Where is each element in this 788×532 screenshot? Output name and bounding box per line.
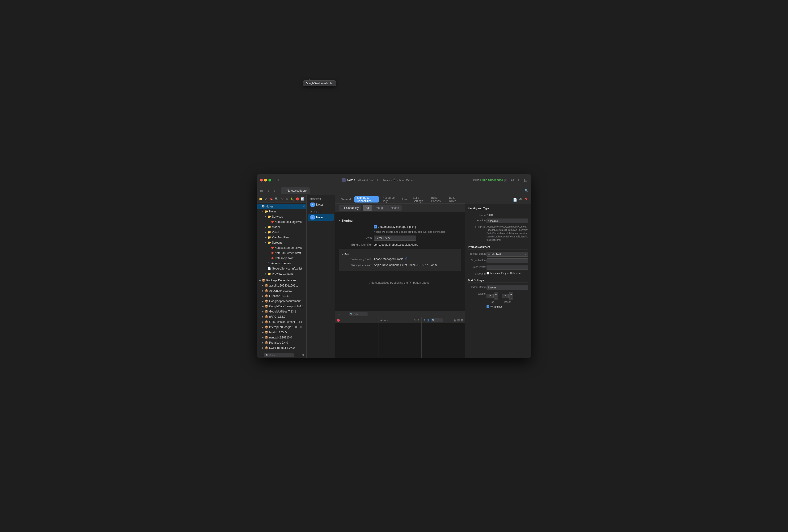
bottom-filter-input[interactable] <box>354 313 366 316</box>
tab-build-settings[interactable]: Build Settings <box>410 196 428 202</box>
sidebar-item-grpc[interactable]: ▶ 📦 gRPC 1.62.2 <box>257 314 307 319</box>
wrap-lines-checkbox[interactable] <box>487 305 489 308</box>
signing-header[interactable]: ▾ Signing <box>339 219 461 222</box>
seg-debug[interactable]: Debug <box>372 205 386 211</box>
tab-info[interactable]: Info <box>399 196 410 202</box>
inspector-identity-title: Identity and Type <box>468 207 528 211</box>
warning-icon[interactable]: ⚠ <box>279 197 284 201</box>
provisioning-info-icon[interactable]: ⓘ <box>405 257 408 261</box>
indent-width-up-button[interactable]: ▲ <box>509 292 513 296</box>
sidebar-item-interop[interactable]: ▶ 📦 InteropForGoogle 100.0.0 <box>257 324 307 330</box>
nav-target-item[interactable]: N Notes <box>308 214 334 221</box>
team-dropdown[interactable]: Peter Friese ⌄ <box>374 236 416 241</box>
auto-sign-checkbox[interactable] <box>374 225 377 229</box>
sidebar-item-noteedit[interactable]: ⬟ NoteEditScreen.swift <box>257 251 307 256</box>
bottom-filter[interactable]: 🔍 <box>349 312 368 316</box>
sidebar-item-plist[interactable]: 📄 GoogleService-Info.plist <box>257 266 307 271</box>
tab-signing-capabilities[interactable]: Signing & Capabilities <box>354 196 379 202</box>
sidebar-filter[interactable]: 🔍 <box>264 353 294 357</box>
minimize-button[interactable] <box>264 179 267 181</box>
sidebar-item-notesapp[interactable]: ⬟ NotesApp.swift <box>257 256 307 261</box>
sidebar-item-noteslist[interactable]: ⬟ NotesListScreen.swift <box>257 245 307 251</box>
test-icon[interactable]: ◇ <box>285 197 289 201</box>
inspector-org-input[interactable] <box>487 258 528 263</box>
sidebar-options-button[interactable]: ⋮ <box>295 353 299 358</box>
sidebar-item-promises[interactable]: ▶ 📦 Promises 2.4.0 <box>257 340 307 345</box>
bottom-remove-button[interactable]: − <box>342 312 348 317</box>
sidebar-split-button[interactable]: ⊟ <box>300 353 305 358</box>
project-tab[interactable]: ⟨⟩ Notes.xcodeproj <box>281 188 310 194</box>
sidebar-item-viewmodifiers[interactable]: ▶ 📁 ViewModifiers <box>257 235 307 240</box>
source-control-icon[interactable]: ⎇ <box>264 197 268 201</box>
bottom-add-button[interactable]: + <box>336 312 341 317</box>
indent-width-input[interactable] <box>501 294 509 298</box>
inspector-name-label: Name <box>468 213 486 217</box>
tab-width-label: Tab <box>490 301 494 303</box>
sidebar-item-assets[interactable]: 🗂 Assets.xcassets <box>257 261 307 266</box>
inspector-format-dropdown[interactable]: Xcode 14.0 ⌄ <box>487 252 528 257</box>
debug-icon[interactable]: 🐛 <box>290 197 294 201</box>
sidebar-item-notes[interactable]: ▾ 📂 Notes <box>257 209 307 214</box>
inspect-button[interactable]: 🔍 <box>524 188 529 193</box>
tab-width-down-button[interactable]: ▼ <box>494 296 498 300</box>
tab-build-rules[interactable]: Build Rules <box>446 196 462 202</box>
inspector-help-icon[interactable]: ❓ <box>524 198 528 201</box>
sidebar-toggle-button[interactable]: ⊞ <box>275 177 280 183</box>
sidebar-item-views[interactable]: ▶ 📁 Views <box>257 230 307 235</box>
forward-button[interactable]: › <box>272 188 277 193</box>
grid-view-button[interactable]: ⊞ <box>259 188 264 193</box>
sidebar-item-nanopb[interactable]: ▶ 📦 nanopb 2.30910.0 <box>257 335 307 340</box>
seg-all[interactable]: All <box>363 205 372 211</box>
sidebar-item-leveldb[interactable]: ▶ 📦 leveldb 1.22.5 <box>257 330 307 335</box>
folder-icon[interactable]: 📁 <box>258 197 263 201</box>
sidebar-item-appcheck[interactable]: ▶ 📦 AppCheck 10.19.0 <box>257 288 307 293</box>
sidebar-item-notesrepository[interactable]: ⬟ NotesRepository.swift <box>257 219 307 224</box>
sidebar-item-firebase[interactable]: ▶ 📦 Firebase 10.24.0 <box>257 293 307 299</box>
sidebar-item-gtm[interactable]: ▶ 📦 GTMSessionFetcher 3.4.1 <box>257 319 307 324</box>
inspector-history-icon[interactable]: ⏱ <box>519 198 522 201</box>
sidebar-item-googleutilities[interactable]: ▶ 📦 GoogleUtilities 7.13.1 <box>257 309 307 314</box>
device-name[interactable]: iPhone 15 Pro <box>397 179 414 181</box>
toggle-inspector-button[interactable]: ▤ <box>523 177 528 183</box>
right-filter-input[interactable] <box>436 319 441 322</box>
sidebar-item-swiftprotobuf[interactable]: ▶ 📦 SwiftProtobuf 1.26.0 <box>257 345 307 351</box>
inspector-indentusing-dropdown[interactable]: Spaces ⌄ <box>487 285 528 290</box>
sidebar-item-model[interactable]: ▶ 📁 Model <box>257 224 307 230</box>
find-icon[interactable]: 🔍 <box>274 197 279 201</box>
ios-header[interactable]: ▾ iOS <box>339 251 461 257</box>
seg-release[interactable]: Release <box>386 205 402 211</box>
sidebar-item-preview[interactable]: ▶ 📁 Preview Content <box>257 271 307 276</box>
inspector-fullpath-label: Full Path <box>468 225 486 229</box>
sidebar-item-services[interactable]: ▾ 📂 Services <box>257 214 307 219</box>
sidebar-filter-input[interactable] <box>269 354 292 357</box>
sidebar-item-googledatatransport[interactable]: ▶ 📦 GoogleDataTransport 9.4.0 <box>257 304 307 309</box>
sidebar-item-root[interactable]: ▾ 🅐 Notes M <box>257 204 307 209</box>
fullscreen-button[interactable] <box>269 179 271 181</box>
close-button[interactable] <box>260 179 263 181</box>
sidebar-item-pkgdeps[interactable]: ▶ 📦 Package Dependencies <box>257 278 307 283</box>
tab-resource-tags[interactable]: Resource Tags <box>380 196 398 202</box>
add-file-button[interactable]: + <box>258 353 263 358</box>
add-editor-button[interactable]: + <box>516 177 521 183</box>
right-filter[interactable]: 🔍 <box>431 318 442 322</box>
inspector-classprefix-input[interactable] <box>487 265 528 270</box>
sidebar-item-screens[interactable]: ▾ 📂 Screens <box>257 240 307 245</box>
tab-width-up-button[interactable]: ▲ <box>494 292 498 296</box>
sidebar-item-googleappmeasurement[interactable]: ▶ 📦 GoogleAppMeasurement 10.24.0 <box>257 299 307 304</box>
breadcrumb-item[interactable]: #1 - Add "Notes f... <box>358 179 380 181</box>
tab-general[interactable]: General <box>338 196 354 202</box>
inspector-location-dropdown[interactable]: Absolute ⌄ <box>487 219 528 223</box>
tab-width-input[interactable] <box>487 294 494 298</box>
indent-width-down-button[interactable]: ▼ <box>509 296 513 300</box>
bookmark-icon[interactable]: 🔖 <box>269 197 273 201</box>
back-button[interactable]: ‹ <box>265 188 271 193</box>
add-capability-button[interactable]: + + Capability <box>339 205 361 211</box>
report-icon[interactable]: 📊 <box>301 197 305 201</box>
encoding-checkbox[interactable] <box>487 272 489 275</box>
share-button[interactable]: ⤴ <box>517 188 523 193</box>
nav-project-item[interactable]: N Notes <box>308 201 334 208</box>
breakpoint-icon[interactable]: 🔴 <box>295 197 300 201</box>
tab-build-phases[interactable]: Build Phases <box>429 196 446 202</box>
sidebar-item-abseil[interactable]: ▶ 📦 abseil 1.2024011601.1 <box>257 283 307 288</box>
inspector-file-icon[interactable]: 📄 <box>513 198 517 201</box>
